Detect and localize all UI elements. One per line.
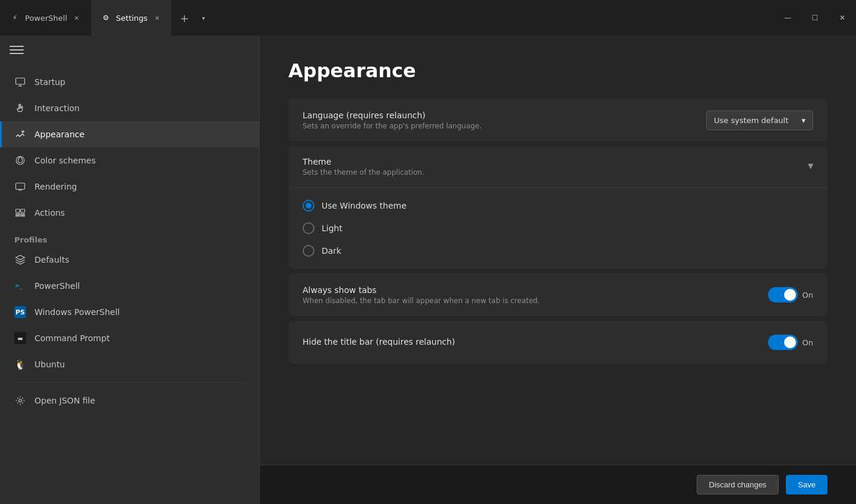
save-button[interactable]: Save: [786, 475, 827, 494]
tab-settings[interactable]: ⚙ Settings ✕: [91, 0, 171, 36]
sidebar-item-actions[interactable]: Actions: [0, 200, 259, 226]
always-show-tabs-section: Always show tabs When disabled, the tab …: [288, 273, 827, 316]
svg-rect-8: [16, 214, 20, 215]
theme-radio-group: Use Windows theme Light Dark: [303, 200, 813, 257]
sidebar-item-color-schemes[interactable]: Color schemes: [0, 147, 259, 174]
svg-rect-0: [16, 78, 25, 84]
radio-light-theme[interactable]: Light: [303, 222, 813, 234]
powershell-profile-icon: >_: [14, 280, 26, 292]
sidebar-item-defaults-label: Defaults: [34, 255, 69, 264]
main-layout: Startup Interaction Appearance: [0, 36, 856, 504]
sidebar-item-open-json[interactable]: Open JSON file: [0, 388, 259, 414]
theme-chevron-icon: ▲: [808, 163, 813, 171]
sidebar-top: [0, 36, 259, 64]
theme-title: Theme: [303, 157, 424, 166]
always-show-tabs-desc: When disabled, the tab bar will appear w…: [303, 297, 768, 305]
svg-rect-7: [16, 209, 20, 212]
actions-icon: [14, 207, 26, 219]
tab-settings-label: Settings: [116, 14, 147, 23]
radio-dark-theme-label: Dark: [322, 246, 341, 256]
sidebar-item-windows-powershell-label: Windows PowerShell: [34, 307, 119, 317]
sidebar-nav: Startup Interaction Appearance: [0, 64, 259, 418]
tab-settings-close[interactable]: ✕: [152, 13, 162, 23]
hide-title-bar-row: Hide the title bar (requires relaunch) O…: [288, 321, 827, 364]
sidebar-item-startup-label: Startup: [34, 77, 65, 87]
powershell-tab-icon: ⚡: [10, 12, 20, 23]
sidebar: Startup Interaction Appearance: [0, 36, 260, 504]
sidebar-item-command-prompt-label: Command Prompt: [34, 333, 110, 343]
discard-changes-button[interactable]: Discard changes: [697, 475, 779, 494]
svg-rect-11: [21, 214, 25, 215]
svg-rect-5: [16, 183, 25, 190]
sidebar-item-powershell[interactable]: >_ PowerShell: [0, 273, 259, 299]
tab-powershell-close[interactable]: ✕: [72, 13, 81, 23]
theme-collapse-header[interactable]: Theme Sets the theme of the application.…: [288, 146, 827, 188]
title-bar: ⚡ PowerShell ✕ ⚙ Settings ✕ + ▾ — ☐ ✕: [0, 0, 856, 36]
hide-title-bar-info: Hide the title bar (requires relaunch): [303, 337, 768, 348]
svg-text:>_: >_: [15, 282, 23, 289]
page-title: Appearance: [288, 59, 827, 82]
theme-body: Use Windows theme Light Dark: [288, 188, 827, 269]
startup-icon: [14, 76, 26, 88]
sidebar-item-ubuntu-label: Ubuntu: [34, 360, 65, 369]
svg-rect-10: [21, 209, 25, 212]
language-desc: Sets an override for the app's preferred…: [303, 122, 706, 130]
language-dropdown-chevron: ▾: [801, 116, 805, 125]
always-show-tabs-toggle[interactable]: [768, 287, 798, 303]
svg-point-4: [16, 156, 24, 165]
hide-title-bar-toggle[interactable]: [768, 335, 798, 350]
sidebar-item-command-prompt[interactable]: ▬ Command Prompt: [0, 325, 259, 351]
new-tab-button[interactable]: +: [174, 7, 195, 29]
close-button[interactable]: ✕: [829, 6, 856, 30]
svg-rect-12: [21, 216, 25, 217]
radio-windows-theme[interactable]: Use Windows theme: [303, 200, 813, 212]
language-dropdown-value: Use system default: [714, 116, 788, 125]
tab-dropdown-button[interactable]: ▾: [195, 10, 212, 26]
radio-dark-theme-circle: [303, 245, 314, 257]
hamburger-menu-button[interactable]: [10, 43, 24, 57]
interaction-icon: [14, 102, 26, 114]
sidebar-item-appearance[interactable]: Appearance: [0, 121, 259, 147]
appearance-icon: [14, 128, 26, 140]
svg-point-3: [22, 131, 24, 133]
rendering-icon: [14, 181, 26, 193]
sidebar-item-interaction[interactable]: Interaction: [0, 95, 259, 121]
sidebar-item-startup[interactable]: Startup: [0, 69, 259, 95]
tab-powershell-label: PowerShell: [25, 14, 67, 23]
content-area: Appearance Language (requires relaunch) …: [260, 36, 856, 504]
hide-title-bar-control: On: [768, 335, 813, 350]
sidebar-item-open-json-label: Open JSON file: [34, 396, 95, 405]
theme-desc: Sets the theme of the application.: [303, 168, 424, 177]
sidebar-item-powershell-label: PowerShell: [34, 281, 80, 291]
sidebar-item-windows-powershell[interactable]: PS Windows PowerShell: [0, 299, 259, 325]
language-title: Language (requires relaunch): [303, 111, 706, 120]
sidebar-item-ubuntu[interactable]: 🐧 Ubuntu: [0, 351, 259, 377]
theme-header-info: Theme Sets the theme of the application.: [303, 157, 424, 177]
hide-title-bar-toggle-label: On: [802, 338, 813, 347]
hide-title-bar-section: Hide the title bar (requires relaunch) O…: [288, 321, 827, 364]
window-controls: — ☐ ✕: [774, 0, 856, 36]
sidebar-item-actions-label: Actions: [34, 208, 65, 218]
sidebar-item-rendering[interactable]: Rendering: [0, 174, 259, 200]
radio-windows-theme-circle: [303, 200, 314, 212]
sidebar-divider: [14, 382, 245, 383]
bottom-bar: Discard changes Save: [260, 465, 856, 504]
sidebar-item-rendering-label: Rendering: [34, 182, 77, 191]
minimize-button[interactable]: —: [774, 6, 801, 30]
svg-rect-9: [16, 216, 20, 217]
maximize-button[interactable]: ☐: [801, 6, 829, 30]
language-dropdown[interactable]: Use system default ▾: [706, 111, 813, 130]
sidebar-item-defaults[interactable]: Defaults: [0, 247, 259, 273]
always-show-tabs-control: On: [768, 287, 813, 303]
tab-powershell[interactable]: ⚡ PowerShell ✕: [0, 0, 91, 36]
defaults-icon: [14, 254, 26, 266]
sidebar-item-interaction-label: Interaction: [34, 103, 80, 113]
command-prompt-icon: ▬: [14, 332, 26, 344]
always-show-tabs-info: Always show tabs When disabled, the tab …: [303, 285, 768, 305]
radio-light-theme-label: Light: [322, 223, 342, 233]
language-info: Language (requires relaunch) Sets an ove…: [303, 111, 706, 130]
color-schemes-icon: [14, 155, 26, 166]
sidebar-item-appearance-label: Appearance: [34, 130, 84, 139]
radio-dark-theme[interactable]: Dark: [303, 245, 813, 257]
sidebar-item-color-schemes-label: Color schemes: [34, 156, 96, 165]
